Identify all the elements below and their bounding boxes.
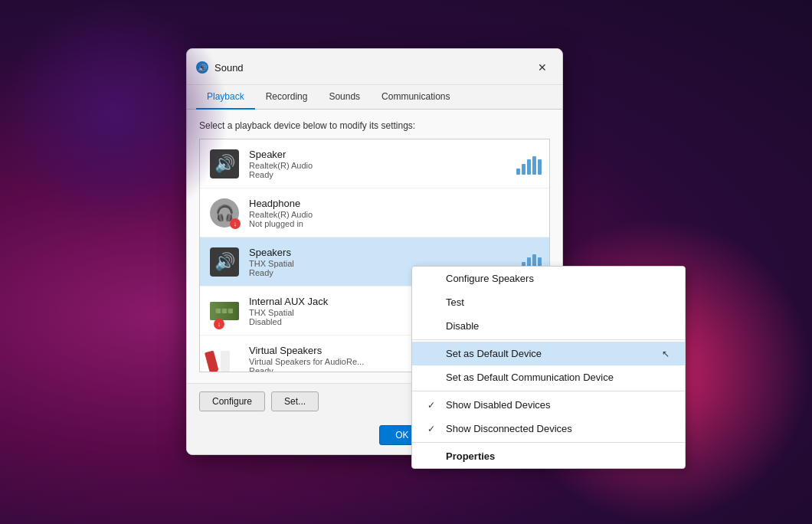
ctx-separator-3 [412, 442, 685, 443]
ctx-label-configure-speakers: Configure Speakers [446, 273, 670, 284]
close-button[interactable]: ✕ [532, 57, 553, 78]
device-driver-speaker: Realtek(R) Audio [249, 161, 510, 170]
device-info-headphone: Headphone Realtek(R) Audio Not plugged i… [249, 198, 542, 228]
sound-icon: 🔊 [196, 61, 208, 74]
dialog-titlebar: 🔊 Sound ✕ [187, 49, 562, 85]
device-status-headphone: Not plugged in [249, 219, 542, 228]
device-name-headphone: Headphone [249, 198, 542, 209]
speakers-thx-icon: 🔊 [208, 245, 241, 279]
cursor-indicator: ↖ [662, 349, 670, 359]
headphone-icon: 🎧 ↓ [208, 196, 241, 230]
ctx-label-properties: Properties [446, 450, 670, 462]
tab-sounds[interactable]: Sounds [318, 85, 371, 110]
device-driver-headphone: Realtek(R) Audio [249, 210, 542, 219]
ctx-show-disconnected[interactable]: ✓ Show Disconnected Devices [412, 417, 685, 440]
ctx-disable[interactable]: Disable [412, 314, 685, 338]
ctx-check-disabled: ✓ [427, 400, 440, 411]
ctx-separator-1 [412, 339, 685, 340]
context-menu: Configure Speakers Test Disable Set as D… [411, 266, 686, 469]
device-name-speaker: Speaker [249, 149, 510, 160]
aux-icon: ▦▦▦ ↓ [208, 294, 241, 328]
device-item-headphone[interactable]: 🎧 ↓ Headphone Realtek(R) Audio Not plugg… [200, 188, 549, 237]
ctx-properties[interactable]: Properties [412, 444, 685, 468]
configure-button[interactable]: Configure [199, 391, 265, 411]
device-status-speaker: Ready [249, 170, 510, 179]
ctx-label-set-default-comm: Set as Default Communication Device [446, 372, 670, 383]
ctx-label-set-default: Set as Default Device [446, 348, 656, 359]
tab-recording[interactable]: Recording [255, 85, 319, 110]
device-bars-speaker [516, 153, 542, 175]
set-default-button[interactable]: Set... [271, 391, 319, 411]
tab-playback[interactable]: Playback [196, 85, 255, 110]
tab-communications[interactable]: Communications [371, 85, 460, 110]
ctx-show-disabled[interactable]: ✓ Show Disabled Devices [412, 393, 685, 417]
ctx-configure-speakers[interactable]: Configure Speakers [412, 267, 685, 290]
device-name-speakers-thx: Speakers [249, 247, 510, 258]
ctx-set-default-comm[interactable]: Set as Default Communication Device [412, 365, 685, 389]
ctx-label-test: Test [446, 296, 670, 308]
device-item-speaker[interactable]: 🔊 Speaker Realtek(R) Audio Ready [200, 139, 549, 188]
ctx-separator-2 [412, 391, 685, 391]
ctx-label-show-disabled: Show Disabled Devices [446, 399, 670, 411]
dialog-instruction: Select a playback device below to modify… [199, 120, 550, 131]
device-info-speaker: Speaker Realtek(R) Audio Ready [249, 149, 510, 179]
ctx-check-disconnected: ✓ [427, 424, 440, 434]
ctx-label-show-disconnected: Show Disconnected Devices [446, 423, 670, 434]
ctx-label-disable: Disable [446, 320, 670, 332]
tab-bar: Playback Recording Sounds Communications [187, 85, 562, 110]
speaker-icon: 🔊 [208, 147, 241, 181]
virtual-icon [208, 343, 241, 373]
ctx-set-default[interactable]: Set as Default Device ↖ [412, 342, 685, 365]
ctx-test[interactable]: Test [412, 290, 685, 314]
dialog-title: Sound [214, 62, 532, 74]
